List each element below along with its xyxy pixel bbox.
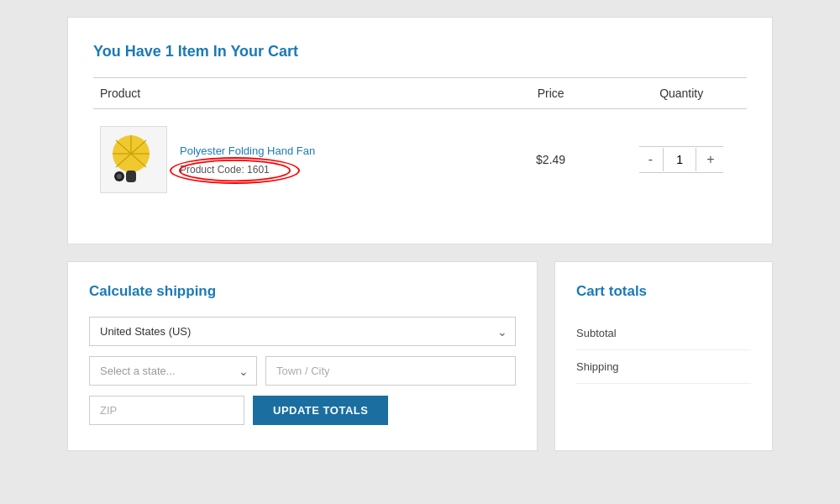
- zip-row: UPDATE TOTALS: [89, 396, 516, 425]
- product-code-wrapper: Product Code: 1601: [180, 162, 315, 176]
- cart-section: You Have 1 Item In Your Cart Product Pri…: [67, 17, 773, 244]
- cart-title: You Have 1 Item In Your Cart: [93, 43, 747, 60]
- qty-input[interactable]: [663, 148, 696, 171]
- update-totals-button[interactable]: UPDATE TOTALS: [253, 396, 388, 425]
- country-select[interactable]: United States (US): [89, 317, 516, 346]
- shipping-title: Calculate shipping: [89, 283, 516, 300]
- shipping-row: Shipping: [576, 350, 751, 384]
- zip-input[interactable]: [89, 396, 244, 425]
- col-price: Price: [486, 78, 617, 109]
- totals-title: Cart totals: [576, 283, 751, 300]
- svg-rect-8: [126, 171, 136, 182]
- cart-table: Product Price Quantity: [93, 77, 747, 210]
- shipping-label: Shipping: [576, 360, 619, 373]
- country-select-wrapper: United States (US) ⌄: [89, 317, 516, 346]
- state-select-wrapper: Select a state... ⌄: [89, 356, 257, 386]
- col-product: Product: [93, 78, 486, 109]
- svg-point-10: [117, 174, 122, 179]
- qty-minus-button[interactable]: -: [638, 147, 663, 172]
- product-info: Polyester Folding Hand Fan Product Code:…: [180, 144, 315, 176]
- cart-totals: Cart totals Subtotal Shipping: [554, 261, 773, 451]
- state-city-row: Select a state... ⌄: [89, 356, 516, 386]
- product-cell: Polyester Folding Hand Fan Product Code:…: [93, 109, 486, 211]
- col-quantity: Quantity: [616, 78, 747, 109]
- product-image-svg: [104, 130, 163, 189]
- qty-plus-button[interactable]: +: [696, 147, 724, 172]
- qty-controls: - +: [639, 146, 723, 173]
- subtotal-row: Subtotal: [576, 317, 751, 350]
- qty-cell: - +: [616, 109, 747, 211]
- price-cell: $2.49: [486, 109, 617, 211]
- page-wrapper: You Have 1 Item In Your Cart Product Pri…: [0, 0, 840, 468]
- state-select[interactable]: Select a state...: [89, 356, 257, 386]
- product-code: Product Code: 1601: [180, 164, 270, 176]
- subtotal-label: Subtotal: [576, 327, 617, 339]
- cart-row: Polyester Folding Hand Fan Product Code:…: [93, 109, 747, 211]
- bottom-section: Calculate shipping United States (US) ⌄ …: [67, 261, 773, 451]
- product-image: [100, 126, 167, 193]
- shipping-calc: Calculate shipping United States (US) ⌄ …: [67, 261, 538, 451]
- city-input[interactable]: [265, 356, 516, 386]
- product-name[interactable]: Polyester Folding Hand Fan: [180, 144, 315, 157]
